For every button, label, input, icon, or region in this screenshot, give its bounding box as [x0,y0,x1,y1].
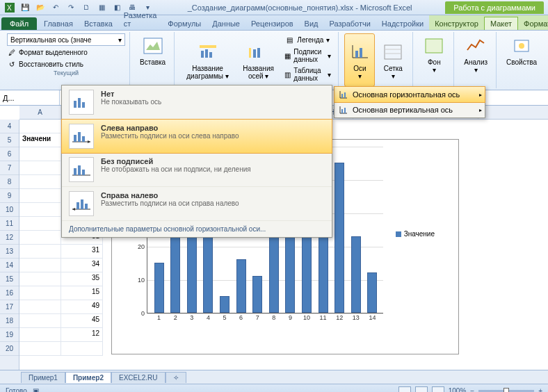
row-header[interactable]: 17 [0,300,19,314]
chart-legend[interactable]: Значение [396,230,435,238]
macro-record-icon[interactable]: ▣ [33,387,39,392]
primary-vertical-axis-item[interactable]: Основная вертикальная ось ▸ [335,102,485,117]
file-tab[interactable]: Файл [1,17,37,30]
cell[interactable] [19,120,61,133]
cell[interactable] [19,328,61,342]
row-header[interactable]: 7 [0,161,19,175]
chart-bar[interactable] [236,259,246,313]
tab-addins[interactable]: Надстройки [376,17,429,30]
undo-icon[interactable]: ↶ [49,1,63,14]
axis-option-rtl[interactable]: Справа налево Разместить подписи на оси … [62,187,332,221]
insert-button[interactable]: Вставка [136,33,170,67]
row-header[interactable]: 5 [0,133,19,147]
row-header[interactable]: 4 [0,120,19,133]
column-header[interactable]: A [19,106,61,119]
legend-button[interactable]: ▤Легенда ▾ [282,33,334,46]
chart-bar[interactable] [154,263,164,313]
page-layout-view-button[interactable] [415,386,428,393]
cell[interactable]: Значени [19,133,61,147]
tab-data[interactable]: Данные [207,17,245,30]
cell[interactable] [19,217,61,231]
zoom-in-button[interactable]: + [538,387,542,392]
normal-view-button[interactable] [398,386,411,393]
row-header[interactable]: 14 [0,259,19,272]
zoom-thumb[interactable] [503,388,509,393]
chart-element-selector[interactable]: Вертикальная ось (значе▾ [7,33,125,46]
zoom-slider[interactable] [478,390,534,393]
cell[interactable] [19,203,61,217]
cell[interactable]: 35 [61,272,103,286]
axis-titles-button[interactable]: Названия осей ▾ [238,33,279,87]
cell[interactable] [19,342,61,356]
cell[interactable]: 34 [61,259,103,272]
tab-insert[interactable]: Вставка [79,17,118,30]
row-header[interactable]: 6 [0,147,19,161]
page-break-view-button[interactable] [432,386,444,393]
cell[interactable] [19,314,61,328]
tab-review[interactable]: Рецензиров [245,17,299,30]
sheet-tab[interactable]: Пример2 [65,372,111,383]
row-header[interactable]: 15 [0,272,19,286]
cell[interactable] [19,245,61,259]
cell[interactable] [19,231,61,245]
data-table-button[interactable]: ▥Таблица данных ▾ [282,65,334,83]
background-button[interactable]: Фон▾ [419,33,449,75]
tab-page-layout[interactable]: Разметка ст [118,9,163,30]
cell[interactable]: 45 [61,314,103,328]
cell[interactable] [19,259,61,272]
cell[interactable] [19,189,61,203]
row-header[interactable]: 13 [0,245,19,259]
analysis-button[interactable]: Анализ▾ [460,33,492,75]
new-sheet-button[interactable]: ✧ [166,372,186,383]
data-labels-button[interactable]: ▦Подписи данных ▾ [282,47,334,65]
cell[interactable]: 49 [61,300,103,314]
axis-option-nolabels[interactable]: Без подписей Не отображать на оси ни под… [62,153,332,187]
row-header[interactable]: 19 [0,328,19,342]
cell[interactable] [61,342,103,356]
qat-btn[interactable]: ▦ [95,1,108,14]
row-header[interactable]: 11 [0,217,19,231]
row-header[interactable]: 9 [0,189,19,203]
chart-bar[interactable] [220,296,229,313]
cell[interactable] [19,147,61,161]
chart-bar[interactable] [170,226,180,313]
chart-bar[interactable] [351,236,361,313]
new-icon[interactable]: 🗋 [79,1,93,14]
row-header[interactable]: 12 [0,231,19,245]
cell[interactable] [19,286,61,300]
tab-developer[interactable]: Разработчи [324,17,376,30]
sheet-tab[interactable]: EXCEL2.RU [111,372,166,383]
cell[interactable] [19,300,61,314]
gridlines-button[interactable]: Сетка▾ [378,33,408,87]
row-header[interactable]: 16 [0,286,19,300]
row-header[interactable]: 8 [0,175,19,189]
tab-view[interactable]: Вид [299,17,324,30]
cell[interactable]: 12 [61,328,103,342]
name-box[interactable]: Д... [0,90,60,105]
row-header[interactable]: 10 [0,203,19,217]
cell[interactable] [19,161,61,175]
redo-icon[interactable]: ↷ [64,1,78,14]
tab-formulas[interactable]: Формулы [162,17,207,30]
axis-option-none[interactable]: Нет Не показывать ось [62,85,332,120]
primary-horizontal-axis-item[interactable]: Основная горизонтальная ось ▸ [335,87,485,102]
open-icon[interactable]: 📂 [33,1,47,14]
chart-title-button[interactable]: Название диаграммы ▾ [180,33,235,87]
axis-option-ltr[interactable]: Слева направо Разместить подписи на оси … [61,119,332,154]
tab-layout[interactable]: Макет [484,17,518,30]
save-icon[interactable]: 💾 [18,1,32,14]
axis-more-options[interactable]: Дополнительные параметры основной горизо… [62,221,332,237]
row-header[interactable]: 18 [0,314,19,328]
cell[interactable] [19,272,61,286]
tab-format[interactable]: Формат [518,17,548,30]
cell[interactable] [19,175,61,189]
zoom-out-button[interactable]: − [470,387,474,392]
cell[interactable]: 31 [61,245,103,259]
excel-icon[interactable]: X [3,1,17,14]
sheet-tab[interactable]: Пример1 [21,372,65,383]
chart-bar[interactable] [252,276,262,313]
chart-bar[interactable] [335,163,344,313]
format-selection-button[interactable]: 🖉Формат выделенного [7,47,125,58]
row-header[interactable]: 20 [0,342,19,356]
chart-bar[interactable] [367,272,377,313]
